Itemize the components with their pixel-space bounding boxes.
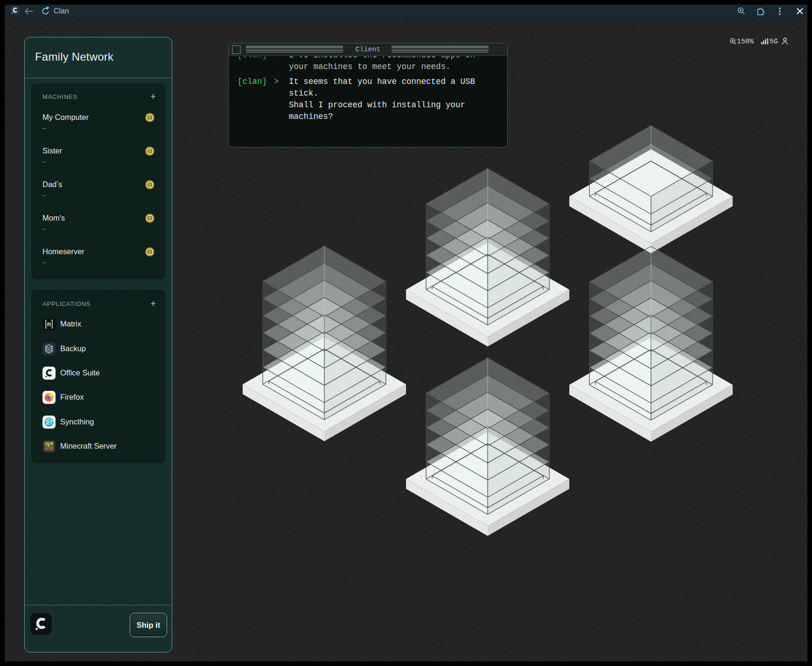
svg-text:150%: 150% bbox=[737, 38, 754, 46]
svg-text:5G: 5G bbox=[770, 38, 778, 46]
